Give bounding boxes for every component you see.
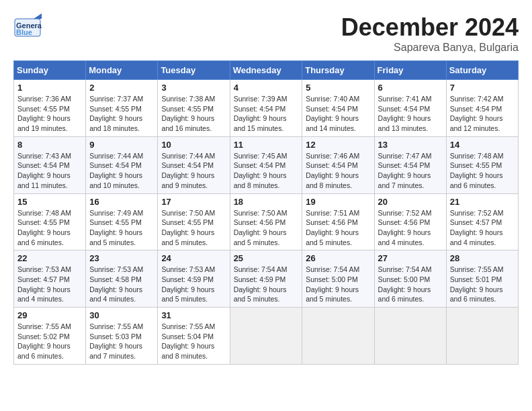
calendar-table: Sunday Monday Tuesday Wednesday Thursday… — [13, 60, 519, 365]
table-row: 8Sunrise: 7:43 AMSunset: 4:54 PMDaylight… — [14, 136, 86, 193]
calendar-row-1: 1Sunrise: 7:36 AMSunset: 4:55 PMDaylight… — [14, 80, 519, 137]
table-row: 13Sunrise: 7:47 AMSunset: 4:54 PMDayligh… — [374, 136, 446, 193]
col-wednesday: Wednesday — [230, 61, 302, 80]
calendar-row-4: 22Sunrise: 7:53 AMSunset: 4:57 PMDayligh… — [14, 250, 519, 308]
table-row: 26Sunrise: 7:54 AMSunset: 5:00 PMDayligh… — [302, 250, 374, 308]
table-row: 3Sunrise: 7:38 AMSunset: 4:55 PMDaylight… — [158, 80, 230, 137]
table-row: 6Sunrise: 7:41 AMSunset: 4:54 PMDaylight… — [374, 80, 446, 137]
table-row — [446, 308, 518, 365]
table-row: 28Sunrise: 7:55 AMSunset: 5:01 PMDayligh… — [446, 250, 518, 308]
col-sunday: Sunday — [14, 61, 86, 80]
table-row — [302, 308, 374, 365]
logo-svg: General Blue — [13, 13, 42, 44]
col-thursday: Thursday — [302, 61, 374, 80]
table-row: 20Sunrise: 7:52 AMSunset: 4:56 PMDayligh… — [374, 193, 446, 250]
table-row — [374, 308, 446, 365]
table-row: 27Sunrise: 7:54 AMSunset: 5:00 PMDayligh… — [374, 250, 446, 308]
calendar-cell-1: 1Sunrise: 7:36 AMSunset: 4:55 PMDaylight… — [14, 80, 86, 137]
table-row: 12Sunrise: 7:46 AMSunset: 4:54 PMDayligh… — [302, 136, 374, 193]
table-row: 7Sunrise: 7:42 AMSunset: 4:54 PMDaylight… — [446, 80, 518, 137]
calendar-header-row: Sunday Monday Tuesday Wednesday Thursday… — [14, 61, 519, 80]
table-row: 15Sunrise: 7:48 AMSunset: 4:55 PMDayligh… — [14, 193, 86, 250]
table-row: 2Sunrise: 7:37 AMSunset: 4:55 PMDaylight… — [86, 80, 158, 137]
table-row: 21Sunrise: 7:52 AMSunset: 4:57 PMDayligh… — [446, 193, 518, 250]
table-row: 24Sunrise: 7:53 AMSunset: 4:59 PMDayligh… — [158, 250, 230, 308]
svg-text:Blue: Blue — [16, 28, 32, 36]
col-tuesday: Tuesday — [158, 61, 230, 80]
svg-marker-1 — [34, 13, 42, 19]
table-row: 9Sunrise: 7:44 AMSunset: 4:54 PMDaylight… — [86, 136, 158, 193]
table-row: 5Sunrise: 7:40 AMSunset: 4:54 PMDaylight… — [302, 80, 374, 137]
table-row: 31Sunrise: 7:55 AMSunset: 5:04 PMDayligh… — [158, 308, 230, 365]
calendar-row-5: 29Sunrise: 7:55 AMSunset: 5:02 PMDayligh… — [14, 308, 519, 365]
table-row — [230, 308, 302, 365]
table-row: 30Sunrise: 7:55 AMSunset: 5:03 PMDayligh… — [86, 308, 158, 365]
calendar-row-3: 15Sunrise: 7:48 AMSunset: 4:55 PMDayligh… — [14, 193, 519, 250]
table-row: 4Sunrise: 7:39 AMSunset: 4:54 PMDaylight… — [230, 80, 302, 137]
location: Sapareva Banya, Bulgaria — [341, 42, 519, 54]
table-row: 29Sunrise: 7:55 AMSunset: 5:02 PMDayligh… — [14, 308, 86, 365]
table-row: 19Sunrise: 7:51 AMSunset: 4:56 PMDayligh… — [302, 193, 374, 250]
table-row: 18Sunrise: 7:50 AMSunset: 4:56 PMDayligh… — [230, 193, 302, 250]
calendar-row-2: 8Sunrise: 7:43 AMSunset: 4:54 PMDaylight… — [14, 136, 519, 193]
table-row: 22Sunrise: 7:53 AMSunset: 4:57 PMDayligh… — [14, 250, 86, 308]
table-row: 10Sunrise: 7:44 AMSunset: 4:54 PMDayligh… — [158, 136, 230, 193]
table-row: 14Sunrise: 7:48 AMSunset: 4:55 PMDayligh… — [446, 136, 518, 193]
col-monday: Monday — [86, 61, 158, 80]
table-row: 23Sunrise: 7:53 AMSunset: 4:58 PMDayligh… — [86, 250, 158, 308]
page-header: General Blue December 2024 Sapareva Bany… — [13, 13, 519, 54]
table-row: 17Sunrise: 7:50 AMSunset: 4:55 PMDayligh… — [158, 193, 230, 250]
table-row: 11Sunrise: 7:45 AMSunset: 4:54 PMDayligh… — [230, 136, 302, 193]
logo: General Blue — [13, 13, 42, 44]
table-row: 16Sunrise: 7:49 AMSunset: 4:55 PMDayligh… — [86, 193, 158, 250]
table-row: 25Sunrise: 7:54 AMSunset: 4:59 PMDayligh… — [230, 250, 302, 308]
title-block: December 2024 Sapareva Banya, Bulgaria — [341, 13, 519, 54]
col-saturday: Saturday — [446, 61, 518, 80]
month-title: December 2024 — [341, 13, 519, 42]
col-friday: Friday — [374, 61, 446, 80]
